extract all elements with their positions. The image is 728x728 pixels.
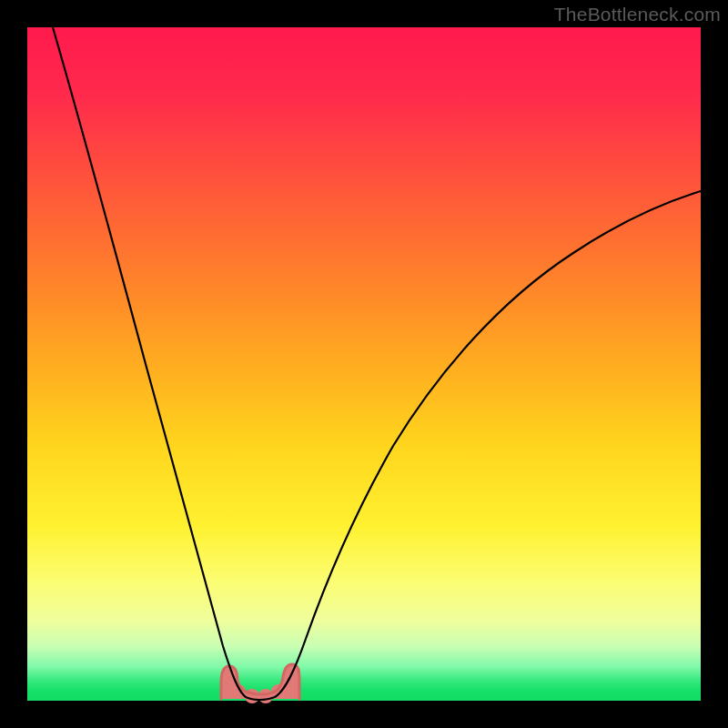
svg-point-4 [258, 689, 273, 703]
valley-bump [221, 663, 300, 703]
plot-svg [27, 27, 701, 701]
v-curve [53, 27, 701, 700]
watermark-text: TheBottleneck.com [554, 4, 721, 25]
chart-frame [27, 27, 701, 701]
